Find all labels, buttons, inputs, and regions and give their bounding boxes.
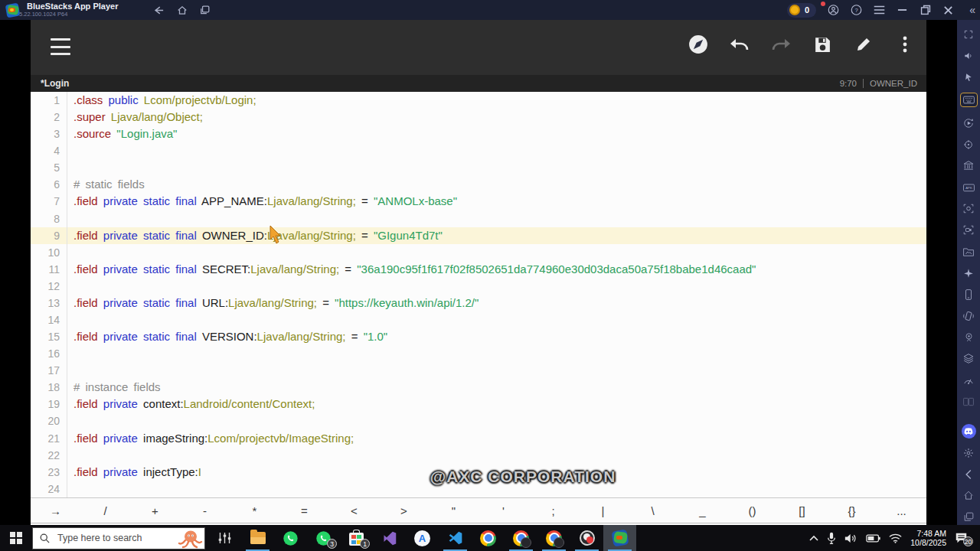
symbol-key[interactable]: >	[379, 504, 429, 517]
a-app-taskbar-icon[interactable]: A	[406, 525, 439, 551]
symbol-key[interactable]: {}	[827, 504, 877, 517]
start-button[interactable]	[0, 525, 32, 551]
code-line[interactable]: 11.field private static final SECRET:Lja…	[31, 261, 926, 278]
symbol-key[interactable]: \	[628, 504, 678, 517]
game-controls-icon[interactable]	[960, 93, 978, 107]
performance-icon[interactable]	[961, 374, 976, 386]
code-line[interactable]: 15.field private static final VERSION:Lj…	[31, 328, 926, 345]
symbol-key[interactable]: /	[80, 504, 130, 517]
nav-back-icon[interactable]	[961, 468, 976, 480]
code-line[interactable]: 20	[31, 412, 926, 429]
chrome-profile-1-taskbar-icon[interactable]	[505, 525, 537, 551]
code-line[interactable]: 4	[31, 142, 926, 159]
apk-install-icon[interactable]: APK	[961, 181, 976, 193]
back-icon[interactable]	[153, 5, 165, 15]
more-icon[interactable]	[894, 34, 916, 55]
symbol-key[interactable]: |	[578, 504, 628, 517]
code-line[interactable]: 14	[31, 311, 926, 328]
code-line[interactable]: 22	[31, 447, 926, 464]
nav-home-icon[interactable]	[961, 490, 976, 501]
code-line[interactable]: 7.field private static final APP_NAME:Lj…	[31, 193, 926, 210]
coins-counter[interactable]: 0	[787, 3, 816, 18]
screen-recorder-icon[interactable]	[961, 224, 976, 236]
volume-icon[interactable]	[961, 50, 976, 61]
code-line[interactable]: 9.field private static final OWNER_ID:Lj…	[31, 227, 926, 244]
multi-instance-icon[interactable]	[961, 353, 976, 364]
task-view-taskbar-icon[interactable]	[208, 525, 241, 551]
search-input[interactable]: Type here to search	[32, 527, 205, 549]
volume-icon[interactable]	[844, 533, 858, 544]
code-line[interactable]: 3.source "Login.java"	[31, 126, 926, 142]
wifi-icon[interactable]	[889, 533, 902, 543]
visual-studio-taskbar-icon[interactable]	[373, 525, 406, 551]
code-line[interactable]: 6# static fields	[31, 176, 926, 193]
help-icon[interactable]: ?	[851, 5, 862, 16]
code-line[interactable]: 2.super Ljava/lang/Object;	[31, 109, 926, 126]
code-line[interactable]: 21.field private imageString:Lcom/projec…	[31, 430, 926, 447]
symbol-key[interactable]: _	[678, 504, 727, 517]
microphone-icon[interactable]	[827, 532, 836, 545]
microsoft-store-taskbar-icon[interactable]: 1	[340, 525, 373, 551]
account-icon[interactable]	[828, 5, 839, 16]
nav-recents-icon[interactable]	[961, 511, 976, 523]
collapse-sidebar-icon[interactable]: «	[969, 4, 975, 16]
symbol-key[interactable]: "	[429, 504, 479, 517]
fullscreen-icon[interactable]	[961, 28, 976, 40]
macro-recorder-icon[interactable]	[961, 117, 976, 129]
menu-icon[interactable]	[51, 38, 70, 55]
clock[interactable]: 7:48 AM 10/8/2025	[910, 529, 946, 547]
code-line[interactable]: 19.field private context:Landroid/conten…	[31, 396, 926, 412]
close-icon[interactable]	[942, 5, 954, 16]
code-line[interactable]: 17	[31, 362, 926, 379]
home-icon[interactable]	[177, 5, 188, 15]
menu-icon[interactable]	[874, 5, 885, 16]
symbol-key[interactable]: '	[479, 504, 528, 517]
whatsapp-taskbar-icon[interactable]	[274, 525, 307, 551]
redo-icon[interactable]	[770, 34, 792, 55]
device-icon[interactable]	[961, 289, 976, 300]
code-line[interactable]: 13.field private static final URL:Ljava/…	[31, 295, 926, 311]
webcam-icon[interactable]	[961, 331, 976, 343]
symbol-key[interactable]: =	[279, 504, 329, 517]
navigate-icon[interactable]	[688, 34, 709, 55]
action-center-icon[interactable]: 20	[955, 532, 968, 544]
aim-assist-icon[interactable]	[961, 139, 976, 150]
screenshot-icon[interactable]	[961, 203, 976, 214]
script-library-icon[interactable]	[961, 160, 976, 171]
undo-icon[interactable]	[729, 34, 750, 55]
edit-icon[interactable]	[853, 34, 874, 55]
shake-icon[interactable]	[961, 310, 976, 321]
symbol-key[interactable]: <	[329, 504, 379, 517]
airplane-icon[interactable]	[961, 267, 976, 279]
symbol-key[interactable]: ;	[528, 504, 578, 517]
symbol-key[interactable]: *	[230, 504, 279, 517]
split-screen-icon[interactable]	[961, 396, 976, 407]
multi-window-icon[interactable]	[200, 5, 210, 15]
chrome-taskbar-icon[interactable]	[472, 525, 505, 551]
cursor-icon[interactable]	[961, 71, 976, 83]
bluestacks-taskbar-icon[interactable]	[603, 525, 636, 551]
symbol-key[interactable]: -	[180, 504, 230, 517]
code-line[interactable]: 16	[31, 345, 926, 362]
settings-icon[interactable]	[961, 447, 976, 458]
chrome-profile-2-taskbar-icon[interactable]	[537, 525, 570, 551]
tray-expand-icon[interactable]	[809, 535, 818, 541]
symbol-key[interactable]: []	[777, 504, 827, 517]
tab-login[interactable]: *Login	[41, 78, 69, 89]
code-editor[interactable]: 1.class public Lcom/projectvb/Login;2.su…	[31, 92, 926, 497]
restore-icon[interactable]	[920, 5, 931, 16]
minimize-icon[interactable]	[897, 5, 908, 16]
obs-recorder-taskbar-icon[interactable]	[570, 525, 603, 551]
symbol-key[interactable]: →	[31, 504, 80, 517]
code-line[interactable]: 8	[31, 210, 926, 227]
media-manager-icon[interactable]	[961, 246, 976, 257]
code-line[interactable]: 1.class public Lcom/projectvb/Login;	[31, 92, 926, 109]
code-line[interactable]: 10	[31, 244, 926, 261]
whatsapp-2-taskbar-icon[interactable]: 3	[307, 525, 340, 551]
battery-icon[interactable]	[866, 534, 880, 543]
code-line[interactable]: 12	[31, 278, 926, 295]
code-line[interactable]: 18# instance fields	[31, 379, 926, 396]
symbol-key[interactable]: +	[130, 504, 180, 517]
symbol-key[interactable]: ...	[877, 504, 926, 517]
vscode-taskbar-icon[interactable]	[439, 525, 472, 551]
